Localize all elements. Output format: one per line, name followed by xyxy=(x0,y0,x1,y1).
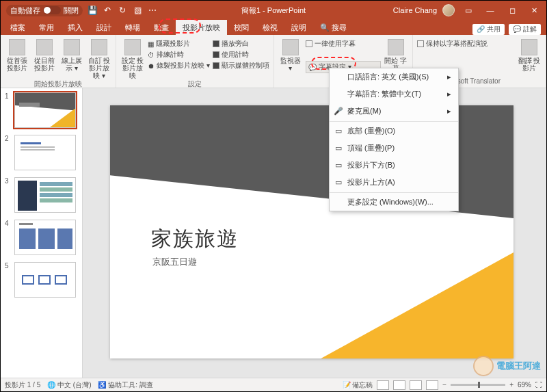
use-timings-check[interactable]: 使用計時 xyxy=(213,50,269,60)
slide-title[interactable]: 家族旅遊 xyxy=(151,225,239,253)
minimize-icon[interactable]: — xyxy=(482,3,498,17)
status-language[interactable]: 🌐 中文 (台灣) xyxy=(47,380,91,390)
thumbnail-panel: 1 2 3 4 5 xyxy=(1,88,83,378)
zoom-in-icon[interactable]: + xyxy=(509,381,513,389)
show-media-controls-check[interactable]: 顯示媒體控制項 xyxy=(213,61,269,70)
menu-subtitle-language[interactable]: 字幕語言: 繁體中文(T)▸ xyxy=(330,86,458,103)
tab-animations[interactable]: 動畫 xyxy=(147,20,176,35)
zoom-level[interactable]: 69% xyxy=(518,381,531,389)
tab-slideshow[interactable]: 投影片放映 xyxy=(176,20,227,35)
present-online-button[interactable]: 線上展 示 ▾ xyxy=(59,38,84,72)
menu-above-slide[interactable]: ▭投影片上方(A) xyxy=(330,174,458,191)
ribbon-tabs: 檔案 常用 插入 設計 轉場 動畫 投影片放映 校閱 檢視 說明 🔍 搜尋 🔗 … xyxy=(1,20,546,35)
status-slide-number[interactable]: 投影片 1 / 5 xyxy=(5,380,40,390)
menu-top-overlay[interactable]: ▭頂端 (重疊)(P) xyxy=(330,140,458,157)
autosave-state: 關閉 xyxy=(64,5,79,16)
tab-transitions[interactable]: 轉場 xyxy=(118,20,147,35)
watermark: 電腦王阿達 xyxy=(473,356,541,376)
qat-more-icon[interactable]: ⋯ xyxy=(147,5,158,16)
workspace: 1 2 3 4 5 家族旅遊 京阪五日遊 xyxy=(1,88,546,378)
layout-icon: ▭ xyxy=(334,161,343,170)
group-setup: 設定 投影片放映 ▦ 隱藏投影片 ⏱ 排練計時 ⏺ 錄製投影片放映 ▾ 播放旁白… xyxy=(116,35,274,88)
translate-slides-button[interactable]: 翻譯 投影片 xyxy=(517,38,542,72)
status-bar: 投影片 1 / 5 🌐 中文 (台灣) ♿ 協助工具: 調查 📝 備忘稿 − +… xyxy=(1,378,546,391)
slideshow-icon[interactable]: ▧ xyxy=(132,5,143,16)
tab-help[interactable]: 說明 xyxy=(284,20,313,35)
watermark-face-icon xyxy=(473,356,494,376)
toggle-pill-icon xyxy=(43,6,61,14)
normal-view-icon[interactable] xyxy=(377,380,389,390)
tab-home[interactable]: 常用 xyxy=(32,20,61,35)
setup-slideshow-button[interactable]: 設定 投影片放映 xyxy=(120,38,145,79)
tab-insert[interactable]: 插入 xyxy=(61,20,90,35)
sorter-view-icon[interactable] xyxy=(393,380,405,390)
slide-shape-yellow xyxy=(295,252,513,358)
title-bar: 自動儲存 關閉 💾 ↶ ↻ ▧ ⋯ 簡報1 - PowerPoint Clair… xyxy=(1,1,546,20)
document-title: 簡報1 - PowerPoint xyxy=(241,5,306,16)
tab-search[interactable]: 🔍 搜尋 xyxy=(313,20,353,35)
menu-bottom-overlay[interactable]: ▭底部 (重疊)(O) xyxy=(330,121,458,140)
thumbnail-4[interactable] xyxy=(14,220,76,255)
menu-below-slide[interactable]: ▭投影片下方(B) xyxy=(330,157,458,174)
record-slideshow-button[interactable]: ⏺ 錄製投影片放映 ▾ xyxy=(148,61,210,70)
group-start-slideshow: 從首張 投影片 從目前 投影片 線上展 示 ▾ 自訂 投影片放映 ▾ 開始投影片… xyxy=(1,35,116,88)
microphone-icon: 🎤 xyxy=(334,107,343,116)
undo-icon[interactable]: ↶ xyxy=(102,5,113,16)
slideshow-view-icon[interactable] xyxy=(426,380,438,390)
menu-more-settings[interactable]: 更多設定 (Windows)(W)... xyxy=(330,192,458,211)
ribbon: 從首張 投影片 從目前 投影片 線上展 示 ▾ 自訂 投影片放映 ▾ 開始投影片… xyxy=(1,35,546,88)
tab-file[interactable]: 檔案 xyxy=(3,20,32,35)
rehearse-timings-button[interactable]: ⏱ 排練計時 xyxy=(148,50,210,60)
tab-design[interactable]: 設計 xyxy=(90,20,118,35)
redo-icon[interactable]: ↻ xyxy=(117,5,128,16)
hide-slide-button[interactable]: ▦ 隱藏投影片 xyxy=(148,39,210,49)
tab-review[interactable]: 校閱 xyxy=(227,20,256,35)
from-beginning-button[interactable]: 從首張 投影片 xyxy=(5,38,29,72)
menu-microphone[interactable]: 🎤麥克風(M)▸ xyxy=(330,103,458,120)
custom-slideshow-button[interactable]: 自訂 投影片放映 ▾ xyxy=(87,38,111,79)
thumbnail-1[interactable] xyxy=(14,92,76,128)
zoom-out-icon[interactable]: − xyxy=(442,381,446,389)
avatar[interactable] xyxy=(442,4,455,16)
thumbnail-3[interactable] xyxy=(14,177,76,213)
subtitle-settings-menu: 口語語言: 英文 (美國)(S)▸ 字幕語言: 繁體中文(T)▸ 🎤麥克風(M)… xyxy=(329,68,459,211)
maximize-icon[interactable]: ◻ xyxy=(504,3,520,17)
autosave-label: 自動儲存 xyxy=(10,5,40,16)
slide-canvas[interactable]: 家族旅遊 京阪五日遊 xyxy=(83,88,546,378)
share-button[interactable]: 🔗 共用 xyxy=(472,24,505,35)
watermark-text: 電腦王阿達 xyxy=(496,360,541,372)
layout-icon: ▭ xyxy=(334,127,343,136)
menu-spoken-language[interactable]: 口語語言: 英文 (美國)(S)▸ xyxy=(330,68,458,86)
tab-view[interactable]: 檢視 xyxy=(256,20,284,35)
slide-subtitle[interactable]: 京阪五日遊 xyxy=(152,256,197,268)
zoom-slider[interactable] xyxy=(451,384,505,386)
notes-button[interactable]: 📝 備忘稿 xyxy=(343,380,373,390)
fit-window-icon[interactable]: ⛶ xyxy=(535,381,542,389)
user-name: Claire Chang xyxy=(393,6,437,14)
status-accessibility[interactable]: ♿ 協助工具: 調查 xyxy=(98,380,152,390)
start-subtitles-button[interactable]: 開始 字幕 xyxy=(384,38,408,72)
save-icon[interactable]: 💾 xyxy=(87,5,98,16)
monitor-button[interactable]: 監視器 ▾ xyxy=(278,38,303,72)
reading-view-icon[interactable] xyxy=(410,380,422,390)
keep-subtitles-check[interactable]: 保持以字幕搭配演説 xyxy=(417,39,488,49)
always-subtitles-check[interactable]: 一律使用字幕 xyxy=(306,39,381,49)
layout-icon: ▭ xyxy=(334,144,343,153)
ribbon-options-icon[interactable]: ▭ xyxy=(460,3,477,17)
comments-button[interactable]: 💬 註解 xyxy=(509,24,541,35)
from-current-button[interactable]: 從目前 投影片 xyxy=(32,38,57,72)
layout-icon: ▭ xyxy=(334,178,343,187)
play-narration-check[interactable]: 播放旁白 xyxy=(213,39,269,49)
thumbnail-2[interactable] xyxy=(14,135,76,170)
autosave-toggle[interactable]: 自動儲存 關閉 xyxy=(6,5,83,16)
close-icon[interactable]: ✕ xyxy=(526,3,542,17)
thumb-number: 1 xyxy=(5,92,12,128)
thumbnail-5[interactable] xyxy=(14,262,76,298)
